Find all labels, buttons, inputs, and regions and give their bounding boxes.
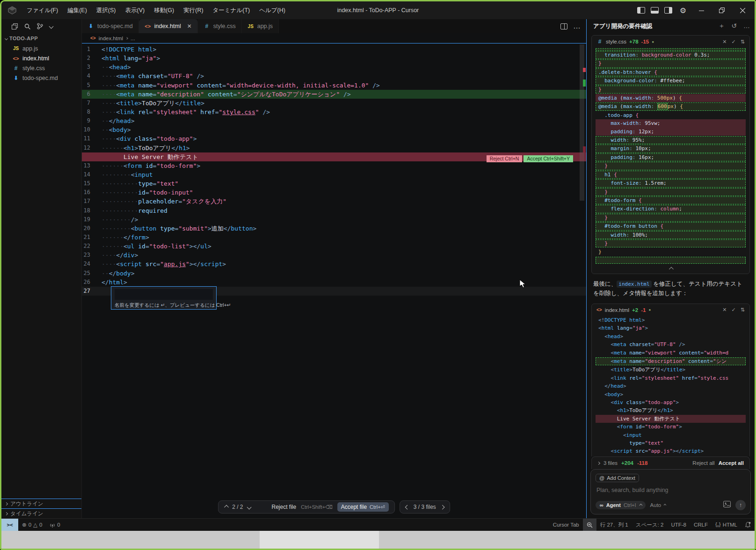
menu-item[interactable]: 移動(G): [149, 5, 179, 16]
prev-file-icon[interactable]: [405, 505, 409, 509]
language-mode[interactable]: {x}HTML: [712, 519, 741, 531]
code-line[interactable]: 17··········placeholder="タスクを入力": [82, 197, 586, 206]
diff-file-name[interactable]: index.html: [605, 307, 629, 313]
send-button[interactable]: ↑: [735, 500, 746, 510]
tab-app.js[interactable]: JSapp.js: [242, 19, 279, 33]
source-control-icon[interactable]: [37, 23, 43, 29]
accept-file-button[interactable]: Accept file Ctrl+⏎: [337, 502, 389, 512]
tab-todo-spec.md[interactable]: ⬇todo-spec.md: [82, 19, 139, 33]
expand-diff-icon[interactable]: ⇅: [741, 307, 745, 313]
expand-diff-icon[interactable]: ⇅: [741, 39, 745, 45]
menu-item[interactable]: ターミナル(T): [208, 5, 255, 16]
attach-image-icon[interactable]: [723, 501, 731, 509]
reject-diff-icon[interactable]: ✕: [722, 39, 727, 45]
breadcrumb[interactable]: <> index.html ...: [82, 33, 586, 43]
code-line[interactable]: 2<html lang="ja">: [82, 54, 586, 63]
restore-button[interactable]: [712, 3, 731, 17]
remote-indicator[interactable]: ><: [1, 519, 18, 531]
cursor-position[interactable]: 行 27、列 1: [596, 519, 632, 531]
menu-item[interactable]: 実行(R): [179, 5, 208, 16]
diff-file-name[interactable]: style.css: [606, 39, 626, 44]
file-item-style.css[interactable]: #style.css: [1, 63, 81, 73]
close-tab-icon[interactable]: ✕: [187, 23, 192, 29]
add-context-chip[interactable]: @ Add Context: [596, 474, 639, 482]
prev-diff-icon[interactable]: [224, 505, 229, 509]
copy-icon[interactable]: [12, 23, 18, 29]
outline-section[interactable]: アウトライン: [1, 499, 81, 508]
code-line[interactable]: 26</html>: [82, 278, 586, 287]
indentation[interactable]: スペース: 2: [632, 519, 668, 531]
file-item-app.js[interactable]: JSapp.js: [1, 43, 81, 53]
chat-input-placeholder[interactable]: Plan, search, build anything: [596, 487, 745, 493]
accept-diff-icon[interactable]: ✓: [732, 307, 736, 313]
code-line[interactable]: 18··········required: [82, 206, 586, 215]
tab-style.css[interactable]: #style.css: [198, 19, 242, 33]
chevron-right-icon[interactable]: [597, 461, 600, 464]
code-line[interactable]: 20········<button type="submit">追加</butt…: [82, 224, 586, 233]
close-button[interactable]: [733, 3, 752, 17]
timeline-section[interactable]: タイムライン: [1, 508, 81, 518]
inline-accept-button[interactable]: Accept Ctrl+Shift+Y: [523, 155, 573, 162]
zoom-icon[interactable]: [583, 519, 596, 531]
settings-gear-icon[interactable]: ⚙: [680, 6, 686, 15]
chat-input-box[interactable]: @ Add Context Plan, search, build anythi…: [590, 469, 751, 514]
code-line[interactable]: 15··········type="text": [82, 179, 586, 188]
encoding[interactable]: UTF-8: [667, 519, 690, 531]
code-line[interactable]: 23····</div>: [82, 251, 586, 260]
toggle-panel-icon[interactable]: [651, 7, 659, 14]
code-line[interactable]: 5····<meta name="viewport" content="widt…: [82, 81, 586, 90]
next-file-icon[interactable]: [440, 505, 444, 509]
code-line[interactable]: 1<!DOCTYPE html>: [82, 45, 586, 54]
files-count[interactable]: 3 files: [603, 460, 618, 466]
code-line[interactable]: 9··</head>: [82, 116, 586, 125]
code-line[interactable]: 14········<input: [82, 170, 586, 179]
code-line[interactable]: 21······</form>: [82, 233, 586, 242]
chevron-down-icon[interactable]: [49, 24, 54, 29]
split-editor-icon[interactable]: [560, 23, 567, 29]
toggle-sidebar-icon[interactable]: [637, 7, 645, 14]
tab-index.html[interactable]: <>index.html✕: [139, 19, 198, 33]
eol-sequence[interactable]: CRLF: [690, 519, 712, 531]
chat-messages[interactable]: # style.css +78 -15 ● ✕ ✓ ⇅ transition: …: [587, 33, 755, 456]
rename-input[interactable]: [115, 289, 213, 300]
code-line[interactable]: 25··</body>: [82, 269, 586, 278]
reject-all-button[interactable]: Reject all: [692, 460, 714, 466]
inline-reject-button[interactable]: Reject Ctrl+N: [487, 155, 523, 162]
inline-code-chip[interactable]: index.html: [617, 281, 651, 288]
history-icon[interactable]: ↺: [731, 22, 737, 30]
code-editor[interactable]: 1<!DOCTYPE html>2<html lang="ja">3··<hea…: [82, 43, 586, 518]
code-line[interactable]: 3··<head>: [82, 63, 586, 72]
code-line[interactable]: 10··<body>: [82, 125, 586, 134]
code-line[interactable]: 19········/>: [82, 215, 586, 224]
next-diff-icon[interactable]: [247, 505, 252, 509]
code-line[interactable]: 11····<div class="todo-app">: [82, 134, 586, 143]
agent-mode-selector[interactable]: ∞ Agent Ctrl+I: [596, 501, 646, 509]
code-line[interactable]: 7····<title>ToDoアプリ</title>: [82, 99, 586, 108]
code-line[interactable]: 12······<h1>ToDoアプリ</h1>: [82, 144, 586, 152]
collapse-card-icon[interactable]: [669, 267, 674, 271]
code-line[interactable]: 4····<meta charset="UTF-8" />: [82, 72, 586, 80]
code-line[interactable]: 16··········id="todo-input": [82, 188, 586, 197]
minimize-button[interactable]: [692, 3, 711, 17]
code-line[interactable]: 24····<script src="app.js"></script>: [82, 260, 586, 268]
code-line[interactable]: 22······<ul id="todo-list"></ul>: [82, 242, 586, 251]
menu-item[interactable]: ファイル(F): [22, 5, 63, 16]
menu-item[interactable]: 編集(E): [63, 5, 92, 16]
accept-all-button[interactable]: Accept all: [719, 460, 744, 466]
editor-more-actions-icon[interactable]: …: [573, 22, 581, 30]
search-icon[interactable]: [24, 23, 30, 29]
ports-indicator[interactable]: 0: [46, 519, 64, 531]
notifications-bell-icon[interactable]: [741, 519, 755, 531]
code-line[interactable]: 8····<link rel="stylesheet" href="style.…: [82, 108, 586, 116]
cursor-tab-toggle[interactable]: Cursor Tab: [549, 519, 583, 531]
menu-item[interactable]: ヘルプ(H): [254, 5, 290, 16]
new-chat-icon[interactable]: ＋: [718, 22, 725, 30]
reject-file-button[interactable]: Reject file: [272, 504, 297, 510]
chat-more-icon[interactable]: …: [743, 22, 750, 30]
toggle-secondary-sidebar-icon[interactable]: [664, 7, 672, 14]
reject-diff-icon[interactable]: ✕: [722, 307, 727, 313]
model-selector[interactable]: Auto: [650, 502, 666, 508]
accept-diff-icon[interactable]: ✓: [732, 39, 736, 45]
menu-item[interactable]: 選択(S): [92, 5, 121, 16]
explorer-root-folder[interactable]: TODO-APP: [1, 33, 81, 43]
